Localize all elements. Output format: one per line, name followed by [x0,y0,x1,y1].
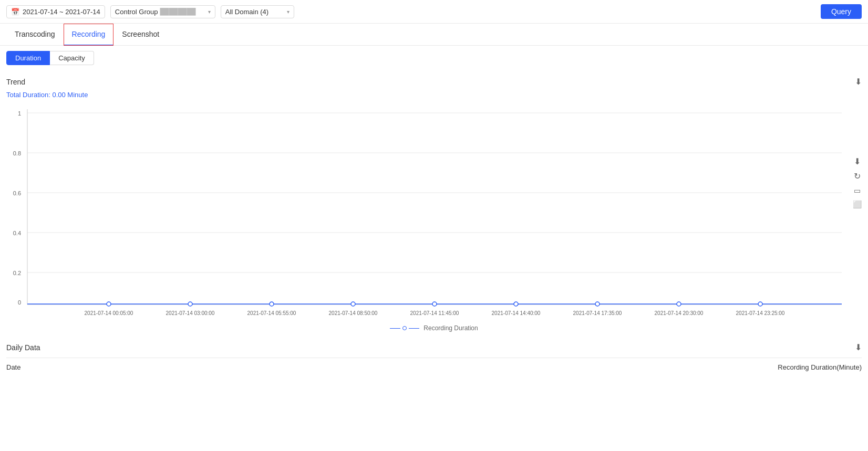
chart-svg: 1 0.8 0.6 0.4 0.2 0 [6,105,862,320]
chart-zoom-rect-icon[interactable]: ▭ [854,187,861,194]
tab-transcoding[interactable]: Transcoding [6,24,64,46]
data-point-5 [432,302,437,306]
daily-download-icon[interactable]: ⬇ [855,342,862,352]
total-duration: Total Duration: 0.00 Minute [6,91,862,99]
control-group-select[interactable]: Control Group ████████ ▾ [110,5,215,18]
table-col-date: Date [6,363,20,371]
sub-tab-capacity[interactable]: Capacity [50,51,94,65]
query-button[interactable]: Query [821,4,862,19]
chart-background [27,109,847,305]
daily-title: Daily Data [6,343,40,352]
y-label-08: 0.8 [13,150,21,156]
data-point-7 [595,302,600,306]
legend-line-segment [390,328,400,329]
chevron-down-icon: ▾ [208,9,211,15]
y-label-02: 0.2 [13,270,21,276]
trend-download-icon[interactable]: ⬇ [855,77,862,87]
x-label-6: 2021-07-14 14:40:00 [492,310,541,316]
legend-label: Recording Duration [423,324,478,332]
data-point-8 [677,302,681,306]
total-duration-label: Total Duration: [6,91,50,99]
data-point-1 [107,302,111,306]
daily-data-section: Daily Data ⬇ Date Recording Duration(Min… [6,342,862,374]
data-point-4 [351,302,355,306]
x-label-1: 2021-07-14 00:05:00 [85,310,133,316]
chart-download-icon[interactable]: ⬇ [854,158,861,166]
x-label-7: 2021-07-14 17:35:00 [573,310,622,316]
chart-refresh-icon[interactable]: ↻ [854,172,861,181]
legend-item: Recording Duration [390,324,478,332]
chart-zoom-icon[interactable]: ⬜ [853,201,862,208]
sub-tabs: Duration Capacity [0,46,868,70]
trend-section-header: Trend ⬇ [6,77,862,87]
domain-chevron-down-icon: ▾ [287,9,290,15]
main-tabs: Transcoding Recording Screenshot [0,24,868,46]
legend-line-segment-2 [409,328,419,329]
control-group-value: ████████ [160,8,195,15]
x-label-9: 2021-07-14 23:25:00 [736,310,785,316]
x-label-2: 2021-07-14 03:00:00 [166,310,215,316]
total-duration-value: 0.00 Minute [52,91,88,99]
chart-legend: Recording Duration [6,324,862,332]
header-bar: 📅 2021-07-14 ~ 2021-07-14 Control Group … [0,0,868,24]
domain-select[interactable]: All Domain (4) ▾ [221,5,294,18]
date-range-value: 2021-07-14 ~ 2021-07-14 [23,8,100,16]
content-area: Trend ⬇ Total Duration: 0.00 Minute 1 0.… [0,70,868,381]
x-label-3: 2021-07-14 05:55:00 [247,310,296,316]
data-point-2 [188,302,192,306]
calendar-icon: 📅 [11,8,19,16]
tab-recording[interactable]: Recording [64,24,114,46]
sub-tab-duration[interactable]: Duration [6,51,50,65]
chart-outer: 1 0.8 0.6 0.4 0.2 0 [6,105,862,320]
daily-header: Daily Data ⬇ [6,342,862,358]
x-label-4: 2021-07-14 08:50:00 [329,310,378,316]
data-point-3 [270,302,274,306]
trend-title: Trend [6,78,25,86]
tab-screenshot[interactable]: Screenshot [113,24,168,46]
y-label-06: 0.6 [13,190,21,196]
table-header: Date Recording Duration(Minute) [6,358,862,374]
control-group-label: Control Group [115,8,158,16]
y-label-04: 0.4 [13,230,21,236]
domain-label: All Domain (4) [225,8,268,16]
x-label-5: 2021-07-14 11:45:00 [410,310,459,316]
date-picker[interactable]: 📅 2021-07-14 ~ 2021-07-14 [6,5,105,18]
data-point-9 [758,302,762,306]
data-point-6 [514,302,518,306]
x-label-8: 2021-07-14 20:30:00 [655,310,704,316]
table-col-duration: Recording Duration(Minute) [778,363,862,371]
y-label-0: 0 [18,299,21,306]
y-label-1: 1 [18,110,21,117]
chart-right-icons: ⬇ ↻ ▭ ⬜ [853,158,862,208]
legend-circle [402,326,407,330]
